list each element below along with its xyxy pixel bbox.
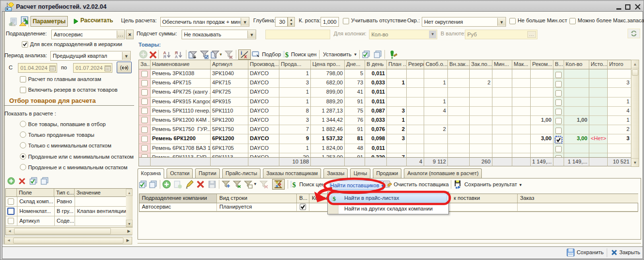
svg-text:$: $ (292, 181, 296, 189)
svg-text:Я: Я (163, 54, 166, 59)
svg-text:А: А (175, 54, 178, 59)
svg-text:i: i (241, 50, 242, 56)
svg-text:x: x (244, 53, 247, 59)
svg-text:$: $ (333, 195, 336, 202)
svg-text:$: $ (285, 51, 289, 59)
